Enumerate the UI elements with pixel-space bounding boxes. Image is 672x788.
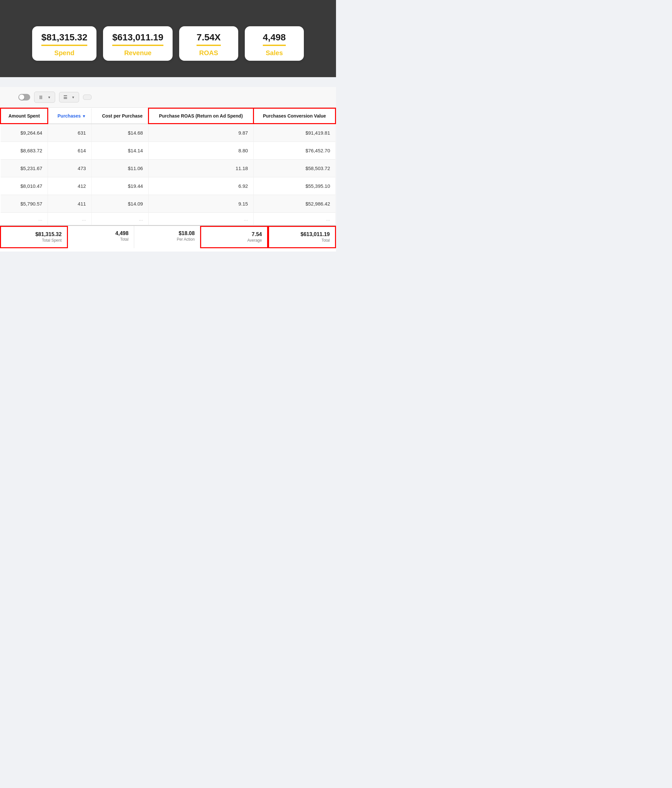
kpi-card-spend: $81,315.32 Spend — [32, 26, 97, 61]
cell-partial-cost_per_purchase: ... — [91, 213, 148, 225]
view-setup-label — [6, 95, 14, 100]
breakdown-button[interactable]: ☰ ▼ — [59, 92, 79, 102]
cell-purchases-4: 411 — [48, 195, 91, 213]
kpi-row: $81,315.32 Spend $613,011.19 Revenue 7.5… — [6, 26, 330, 61]
cell-purchase_roas-4: 9.15 — [148, 195, 253, 213]
cell-purchases_conversion_value-3: $55,395.10 — [253, 177, 335, 195]
column-header-purchases: Purchases ▼ — [48, 108, 91, 124]
toggle-knob — [19, 95, 24, 100]
column-header-amount_spent: Amount Spent — [1, 108, 48, 124]
total-value-3: 7.54 — [206, 232, 262, 237]
table-row: $5,790.57411$14.099.15$52,986.42 — [1, 195, 336, 213]
cell-amount_spent-4: $5,790.57 — [1, 195, 48, 213]
column-header-purchase_roas: Purchase ROAS (Return on Ad Spend) — [148, 108, 253, 124]
cell-purchase_roas-1: 8.80 — [148, 142, 253, 160]
table-row-partial: ............... — [1, 213, 336, 225]
sort-arrow: ▼ — [82, 114, 86, 119]
cell-purchase_roas-0: 9.87 — [148, 124, 253, 142]
kpi-card-roas: 7.54X ROAS — [179, 26, 238, 61]
cell-amount_spent-0: $9,264.64 — [1, 124, 48, 142]
header-section: $81,315.32 Spend $613,011.19 Revenue 7.5… — [0, 0, 336, 77]
column-header-cost_per_purchase: Cost per Purchase — [91, 108, 148, 124]
cell-cost_per_purchase-2: $11.06 — [91, 160, 148, 177]
total-label-2: Per Action — [139, 237, 195, 241]
columns-icon: ⫼ — [38, 94, 44, 100]
cell-purchase_roas-3: 6.92 — [148, 177, 253, 195]
data-table: Amount SpentPurchases ▼Cost per Purchase… — [0, 108, 336, 225]
kpi-card-sales: 4,498 Sales — [245, 26, 304, 61]
total-cell-3: 7.54 Average — [200, 226, 268, 248]
cell-partial-purchases_conversion_value: ... — [253, 213, 335, 225]
table-row: $9,264.64631$14.689.87$91,419.81 — [1, 124, 336, 142]
cell-cost_per_purchase-0: $14.68 — [91, 124, 148, 142]
column-header-purchases_conversion_value: Purchases Conversion Value — [253, 108, 335, 124]
kpi-value-1: $613,011.19 — [112, 32, 163, 46]
total-value-4: $613,011.19 — [274, 232, 330, 237]
cell-purchases_conversion_value-0: $91,419.81 — [253, 124, 335, 142]
total-label-0: Total Spent — [6, 238, 62, 243]
cell-purchases-0: 631 — [48, 124, 91, 142]
kpi-label-1: Revenue — [112, 49, 163, 57]
cell-amount_spent-2: $5,231.67 — [1, 160, 48, 177]
total-cell-2: $18.08 Per Action — [134, 226, 200, 248]
cell-purchases_conversion_value-4: $52,986.42 — [253, 195, 335, 213]
cell-purchase_roas-2: 11.18 — [148, 160, 253, 177]
cell-partial-purchases: ... — [48, 213, 91, 225]
breakdown-icon: ☰ — [63, 95, 68, 100]
table-row: $5,231.67473$11.0611.18$58,503.72 — [1, 160, 336, 177]
cell-purchases_conversion_value-2: $58,503.72 — [253, 160, 335, 177]
cell-amount_spent-3: $8,010.47 — [1, 177, 48, 195]
total-value-1: 4,498 — [73, 230, 128, 237]
total-value-0: $81,315.32 — [6, 232, 62, 237]
cell-cost_per_purchase-1: $14.14 — [91, 142, 148, 160]
totals-row: $81,315.32 Total Spent 4,498 Total $18.0… — [0, 225, 336, 248]
kpi-value-0: $81,315.32 — [41, 32, 87, 46]
total-cell-1: 4,498 Total — [68, 226, 134, 248]
table-row: $8,683.72614$14.148.80$76,452.70 — [1, 142, 336, 160]
total-cell-4: $613,011.19 Total — [268, 226, 336, 248]
breakdown-dropdown-arrow: ▼ — [71, 95, 75, 99]
cell-purchases-3: 412 — [48, 177, 91, 195]
cell-purchases_conversion_value-1: $76,452.70 — [253, 142, 335, 160]
cell-purchases-1: 614 — [48, 142, 91, 160]
table-row: $8,010.47412$19.446.92$55,395.10 — [1, 177, 336, 195]
toolbar: ⫼ ▼ ☰ ▼ — [0, 87, 336, 108]
view-setup-toggle[interactable] — [18, 94, 30, 100]
kpi-label-2: ROAS — [189, 49, 229, 57]
cell-partial-amount_spent: ... — [1, 213, 48, 225]
kpi-card-revenue: $613,011.19 Revenue — [103, 26, 173, 61]
cell-cost_per_purchase-3: $19.44 — [91, 177, 148, 195]
total-label-4: Total — [274, 238, 330, 243]
reports-button[interactable] — [83, 95, 92, 100]
columns-button[interactable]: ⫼ ▼ — [34, 92, 55, 103]
kpi-label-0: Spend — [41, 49, 87, 57]
total-label-1: Total — [73, 237, 128, 241]
columns-dropdown-arrow: ▼ — [48, 95, 51, 99]
table-section: ⫼ ▼ ☰ ▼ Amount SpentPurchases ▼Cost per … — [0, 87, 336, 251]
cell-partial-purchase_roas: ... — [148, 213, 253, 225]
cell-cost_per_purchase-4: $14.09 — [91, 195, 148, 213]
total-cell-0: $81,315.32 Total Spent — [0, 226, 68, 248]
cell-purchases-2: 473 — [48, 160, 91, 177]
total-label-3: Average — [206, 238, 262, 243]
kpi-label-3: Sales — [254, 49, 295, 57]
kpi-value-2: 7.54X — [197, 32, 220, 46]
cell-amount_spent-1: $8,683.72 — [1, 142, 48, 160]
total-value-2: $18.08 — [139, 230, 195, 237]
kpi-value-3: 4,498 — [263, 32, 286, 46]
